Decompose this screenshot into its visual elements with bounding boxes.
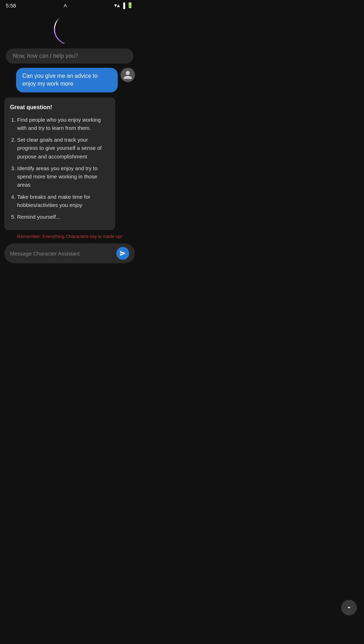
assistant-circle	[54, 14, 85, 45]
top-input-bar[interactable]	[6, 49, 133, 64]
list-item: Identify areas you enjoy and try to spen…	[17, 164, 110, 189]
assistant-greeting: Great question!	[10, 103, 110, 112]
wifi-icon: ▾▴	[114, 2, 120, 9]
user-avatar-icon	[123, 70, 133, 80]
assistant-list: Find people who you enjoy working with a…	[10, 116, 110, 221]
list-item: Find people who you enjoy working with a…	[17, 116, 110, 132]
assistant-circle-container	[0, 10, 139, 49]
assistant-bubble: Great question! Find people who you enjo…	[4, 97, 115, 230]
user-bubble: Can you give me an advice to enjoy my wo…	[16, 68, 118, 92]
status-a-icon: A	[64, 3, 67, 8]
list-item: Take breaks and make time for hobbies/ac…	[17, 193, 110, 209]
top-search-input[interactable]	[13, 53, 126, 59]
status-icons: ▾▴ ▐ 🔋	[114, 2, 133, 9]
list-item: Set clear goals and track your progress …	[17, 136, 110, 161]
user-message-row: Can you give me an advice to enjoy my wo…	[4, 68, 135, 92]
status-time: 5:58	[6, 2, 16, 9]
send-icon	[120, 250, 126, 257]
disclaimer-text: Remember: Everything Characters say is m…	[0, 230, 139, 242]
status-bar: 5:58 A ▾▴ ▐ 🔋	[0, 0, 139, 10]
signal-icon: ▐	[121, 2, 125, 9]
user-avatar	[121, 68, 135, 82]
chat-area: Can you give me an advice to enjoy my wo…	[0, 68, 139, 230]
send-button[interactable]	[116, 247, 129, 260]
battery-icon: 🔋	[127, 2, 133, 9]
list-item: Remind yourself...	[17, 213, 110, 221]
message-input[interactable]	[10, 250, 113, 257]
bottom-input-bar[interactable]	[4, 243, 135, 263]
